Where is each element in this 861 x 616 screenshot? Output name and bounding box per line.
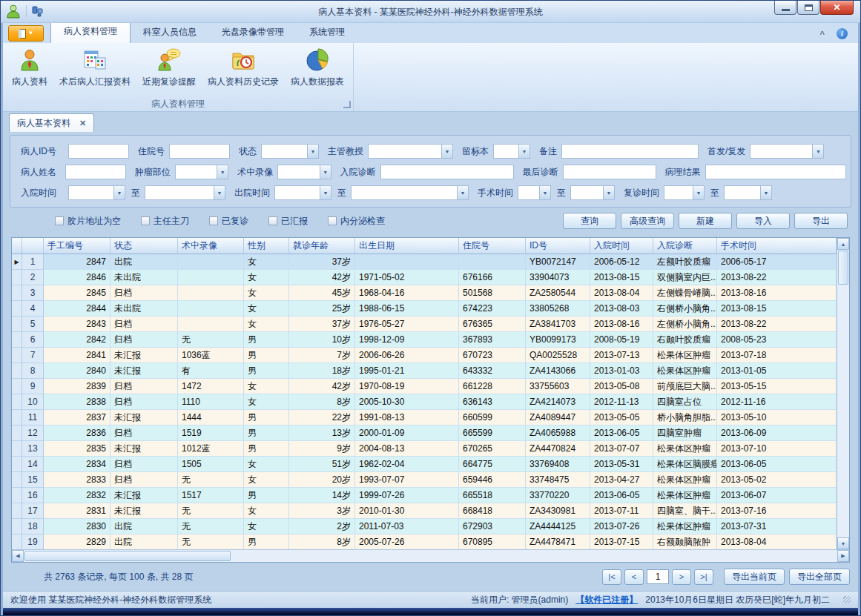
action-button-2[interactable]: 高级查询 xyxy=(621,213,674,229)
pager-last-button[interactable]: >| xyxy=(694,569,713,585)
filter-checkbox-5[interactable]: 内分泌检查 xyxy=(328,215,385,228)
table-row[interactable]: 142834归档1505女51岁1962-02-0466477533769408… xyxy=(12,457,837,472)
scroll-up-icon[interactable]: ▲ xyxy=(837,238,849,250)
pager-page-input[interactable] xyxy=(647,569,669,584)
ribbon-button-3[interactable]: 近期复诊提醒 xyxy=(136,46,202,89)
combo-dropdown-button[interactable]: ▼ xyxy=(217,165,228,179)
table-row[interactable]: 102838归档1110女8岁2005-10-30636143ZA4214073… xyxy=(12,394,837,410)
column-header-9[interactable]: ID号 xyxy=(526,238,590,254)
table-row[interactable]: 182830出院无女2岁2011-07-03672903ZA4444125201… xyxy=(12,519,837,534)
combo-dropdown-button[interactable]: ▼ xyxy=(441,145,452,158)
table-row[interactable]: ▶12847出院女37岁YB00721472006-05-12左额叶胶质瘤200… xyxy=(12,254,837,270)
combo-dropdown-button[interactable]: ▼ xyxy=(307,145,318,158)
vertical-scrollbar-track[interactable] xyxy=(837,285,849,537)
filter-combo[interactable]: ▼ xyxy=(277,165,331,179)
filter-input[interactable] xyxy=(563,165,656,179)
ribbon-button-4[interactable]: 病人资料历史记录 xyxy=(202,46,285,89)
combo-dropdown-button[interactable]: ▼ xyxy=(812,145,823,158)
combo-dropdown-button[interactable]: ▼ xyxy=(320,186,331,199)
minimize-button[interactable] xyxy=(774,1,796,15)
horizontal-scrollbar-thumb[interactable] xyxy=(24,551,231,561)
filter-combo[interactable]: ▼ xyxy=(518,185,551,200)
checkbox-box[interactable] xyxy=(55,216,64,225)
export-current-page-button[interactable]: 导出当前页 xyxy=(724,569,785,585)
combo-dropdown-button[interactable]: ▼ xyxy=(760,186,771,199)
column-header-10[interactable]: 入院时间 xyxy=(590,238,653,254)
filter-checkbox-1[interactable]: 胶片地址为空 xyxy=(55,215,121,228)
filter-combo[interactable]: ▼ xyxy=(750,144,824,159)
horizontal-scrollbar-track[interactable] xyxy=(231,550,837,562)
dialog-launcher-icon[interactable] xyxy=(343,101,351,108)
action-button-4[interactable]: 导入 xyxy=(736,213,790,229)
filter-input[interactable] xyxy=(68,144,129,159)
quick-access-grid-icon[interactable] xyxy=(32,6,43,17)
filter-combo[interactable]: ▼ xyxy=(570,185,615,200)
column-header-5[interactable]: 性别 xyxy=(244,238,289,254)
filter-combo[interactable]: ▼ xyxy=(351,185,469,200)
ribbon-tab-2[interactable]: 科室人员信息 xyxy=(131,22,209,43)
table-row[interactable]: 92839归档1472女42岁1970-08-19661228337556032… xyxy=(12,379,837,394)
table-row[interactable]: 32845归档女45岁1968-04-16501568ZA25805442013… xyxy=(12,285,837,301)
filter-input[interactable] xyxy=(380,165,514,179)
tab-close-icon[interactable]: ✕ xyxy=(79,119,86,128)
vertical-scrollbar-thumb[interactable] xyxy=(838,251,848,285)
pager-prev-button[interactable]: < xyxy=(624,569,644,585)
table-row[interactable]: 152833归档无女20岁1993-07-0765944633748475201… xyxy=(12,472,837,488)
action-button-3[interactable]: 新建 xyxy=(679,213,732,229)
filter-combo[interactable]: ▼ xyxy=(493,144,530,159)
table-row[interactable]: 42844未出院女25岁1988-06-15674223338052682013… xyxy=(12,301,837,317)
table-row[interactable]: 82840未汇报有男18岁1995-01-21643332ZA414306620… xyxy=(12,363,837,379)
scroll-down-icon[interactable]: ▼ xyxy=(837,537,849,549)
table-row[interactable]: 72841未汇报1036蓝男7岁2006-06-26670723QA002552… xyxy=(12,348,837,363)
table-row[interactable]: 162832未汇报1517男14岁1999-07-266655183377022… xyxy=(12,488,837,503)
combo-dropdown-button[interactable]: ▼ xyxy=(320,165,331,179)
ribbon-tab-3[interactable]: 光盘录像带管理 xyxy=(209,22,297,43)
combo-dropdown-button[interactable]: ▼ xyxy=(603,186,614,199)
filter-checkbox-3[interactable]: 已复诊 xyxy=(209,215,248,228)
column-header-7[interactable]: 出生日期 xyxy=(355,238,459,254)
filter-combo[interactable]: ▼ xyxy=(724,185,772,200)
table-row[interactable]: 62842归档无男10岁1998-12-09367893YB0099173200… xyxy=(12,332,837,348)
combo-dropdown-button[interactable]: ▼ xyxy=(539,186,550,199)
checkbox-box[interactable] xyxy=(268,216,277,225)
vertical-scrollbar[interactable]: ▲ ▼ xyxy=(837,238,849,549)
table-row[interactable]: 132835未汇报1012蓝男9岁2004-08-13670265ZA44708… xyxy=(12,441,837,457)
pager-first-button[interactable]: |< xyxy=(602,569,621,585)
checkbox-box[interactable] xyxy=(141,216,150,225)
action-button-1[interactable]: 查询 xyxy=(563,213,616,229)
export-all-pages-button[interactable]: 导出全部页 xyxy=(789,569,850,585)
column-header-2[interactable]: 手工编号 xyxy=(44,238,110,254)
combo-dropdown-button[interactable]: ▼ xyxy=(693,186,704,199)
filter-combo[interactable]: ▼ xyxy=(145,185,225,200)
resize-grip[interactable] xyxy=(843,596,851,603)
ribbon-tab-4[interactable]: 系统管理 xyxy=(297,22,357,43)
checkbox-box[interactable] xyxy=(209,216,218,225)
ribbon-button-5[interactable]: 病人数据报表 xyxy=(285,46,350,89)
table-row[interactable]: 22846未出院女42岁1971-05-02676166339040732013… xyxy=(12,270,837,285)
filter-combo[interactable]: ▼ xyxy=(274,185,331,200)
table-row[interactable]: 172831未汇报无女3岁2010-01-30668418ZA343098120… xyxy=(12,503,837,519)
column-header-3[interactable]: 状态 xyxy=(110,238,178,254)
table-row[interactable]: 192829出院无男8岁2005-07-26670895ZA4478471201… xyxy=(12,534,837,549)
table-row[interactable]: 112837未汇报1444男22岁1991-08-13660599ZA40894… xyxy=(12,410,837,425)
column-header-4[interactable]: 术中录像 xyxy=(178,238,244,254)
combo-dropdown-button[interactable]: ▼ xyxy=(214,186,225,199)
maximize-button[interactable] xyxy=(797,1,819,15)
filter-combo[interactable]: ▼ xyxy=(68,185,125,200)
filter-input[interactable] xyxy=(561,144,699,159)
combo-dropdown-button[interactable]: ▼ xyxy=(457,186,468,199)
column-header-8[interactable]: 住院号 xyxy=(459,238,526,254)
column-header-11[interactable]: 入院诊断 xyxy=(653,238,717,254)
ribbon-button-2[interactable]: 术后病人汇报资料 xyxy=(53,46,136,89)
ribbon-button-1[interactable]: 病人资料 xyxy=(6,46,53,89)
column-header-0[interactable] xyxy=(12,238,22,254)
info-icon[interactable]: i xyxy=(837,28,848,39)
filter-combo[interactable]: ▼ xyxy=(175,165,228,179)
scroll-right-icon[interactable]: ▶ xyxy=(837,550,849,562)
pager-next-button[interactable]: > xyxy=(672,569,691,585)
filter-combo[interactable]: ▼ xyxy=(664,185,705,200)
ribbon-tab-1[interactable]: 病人资料管理 xyxy=(50,21,131,43)
horizontal-scrollbar[interactable]: ◀ ▶ xyxy=(12,549,849,562)
scroll-left-icon[interactable]: ◀ xyxy=(12,550,24,562)
column-header-12[interactable]: 手术时间 xyxy=(717,238,837,254)
